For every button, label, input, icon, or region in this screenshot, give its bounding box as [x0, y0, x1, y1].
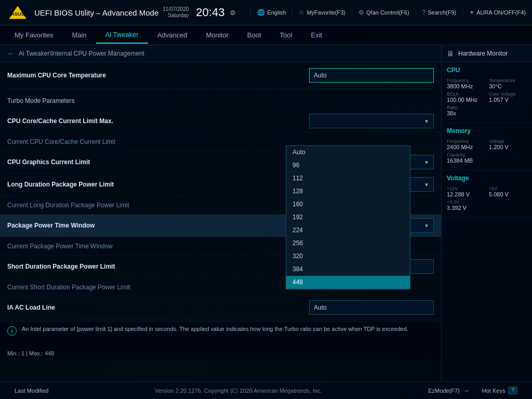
- hw-voltage-title: Voltage: [447, 175, 527, 182]
- option-auto[interactable]: Auto: [286, 146, 410, 159]
- hw-cpu-title: CPU: [447, 66, 527, 74]
- hw-cpu-core-voltage: Core Voltage 1.057 V: [489, 91, 527, 103]
- hw-voltage-5v: +5V 5.080 V: [489, 186, 527, 197]
- header-time: 20:43: [196, 6, 224, 19]
- breadcrumb: ← Ai Tweaker\Internal CPU Power Manageme…: [0, 45, 441, 62]
- max-cpu-temp-label: Maximum CPU Core Temperature: [7, 72, 309, 79]
- asus-logo: ASUS: [6, 3, 29, 22]
- myfavorite-tool[interactable]: ☆ MyFavorite(F3): [299, 9, 345, 16]
- ez-mode-btn[interactable]: EzMode(F7) →: [424, 385, 474, 396]
- language-tool[interactable]: 🌐 English: [257, 9, 286, 16]
- setting-row-max-cpu-temp[interactable]: Maximum CPU Core Temperature Auto: [0, 64, 441, 87]
- bios-title: UEFI BIOS Utility – Advanced Mode: [34, 8, 163, 17]
- hw-cpu-bclk: BCLK 100.00 MHz: [447, 91, 485, 103]
- hardware-monitor-header: 🖥 Hardware Monitor: [442, 45, 532, 62]
- footer-version: Version 2.20.1276. Copyright (C) 2020 Am…: [52, 388, 424, 394]
- nav-my-favorites[interactable]: My Favorites: [5, 27, 62, 43]
- nav-exit[interactable]: Exit: [301, 27, 331, 43]
- setting-row-turbo-mode: Turbo Mode Parameters: [0, 91, 441, 110]
- footer: Last Modified Version 2.20.1276. Copyrig…: [0, 381, 532, 399]
- hw-cpu-temperature: Temperature 30°C: [489, 78, 527, 89]
- dropdown-list: Auto 96 112 128 160 192 224 256 320 384 …: [286, 145, 410, 289]
- option-128[interactable]: 128: [286, 185, 410, 198]
- aura-tool[interactable]: ✦ AURA ON/OFF(F4): [469, 9, 526, 16]
- hw-cpu-frequency: Frequency 3800 MHz: [447, 78, 485, 89]
- main-content: ← Ai Tweaker\Internal CPU Power Manageme…: [0, 45, 532, 381]
- hw-memory-title: Memory: [447, 127, 527, 135]
- option-160[interactable]: 160: [286, 198, 410, 211]
- last-modified-label: Last Modified: [15, 388, 48, 394]
- hw-memory-section: Memory Frequency 2400 MHz Voltage 1.200 …: [442, 123, 532, 170]
- nav-tool[interactable]: Tool: [271, 27, 302, 43]
- cpu-core-cache-label: CPU Core/Cache Current Limit Max.: [7, 117, 309, 125]
- header-day: Saturday: [168, 12, 189, 19]
- turbo-mode-label: Turbo Mode Parameters: [7, 97, 434, 104]
- header-date: 11/07/2020: [163, 6, 189, 12]
- search-icon: ?: [422, 9, 426, 16]
- hw-voltage-33v: +3.3V 3.392 V: [447, 200, 527, 211]
- hw-voltage-12v: +12V 12.288 V: [447, 186, 485, 197]
- short-duration-label: Short Duration Package Power Limit: [7, 263, 309, 270]
- option-96[interactable]: 96: [286, 159, 410, 172]
- nav-main[interactable]: Main: [62, 27, 96, 43]
- package-window-label: Package Power Time Window: [7, 222, 309, 229]
- hw-memory-freq-volt: Frequency 2400 MHz Voltage 1.200 V: [447, 139, 527, 150]
- info-icon: i: [7, 326, 17, 336]
- hot-keys-key: ?: [508, 387, 517, 394]
- max-cpu-temp-dropdown[interactable]: Auto: [309, 68, 434, 83]
- settings-gear-icon[interactable]: ⚙: [230, 9, 236, 17]
- current-cpu-core-label: Current CPU Core/Cache Current Limit: [7, 138, 340, 145]
- divider-1: [7, 89, 434, 89]
- nav-monitor[interactable]: Monitor: [197, 27, 238, 43]
- nav-advanced[interactable]: Advanced: [148, 27, 197, 43]
- monitor-icon: 🖥: [447, 49, 454, 58]
- option-448[interactable]: 448: [286, 276, 410, 289]
- option-112[interactable]: 112: [286, 172, 410, 185]
- hw-voltage-12-5: +12V 12.288 V +5V 5.080 V: [447, 186, 527, 197]
- option-224[interactable]: 224: [286, 224, 410, 237]
- cpu-core-cache-dropdown[interactable]: ▼: [309, 114, 434, 128]
- option-384[interactable]: 384: [286, 263, 410, 276]
- hw-memory-capacity: Capacity 16384 MB: [447, 152, 527, 164]
- option-320[interactable]: 320: [286, 250, 410, 263]
- setting-row-ia-ac[interactable]: IA AC Load Line Auto: [0, 297, 441, 319]
- hot-keys-btn[interactable]: Hot Keys ?: [478, 385, 522, 396]
- search-tool[interactable]: ? Search(F9): [422, 9, 457, 16]
- ia-ac-dropdown[interactable]: Auto: [309, 300, 434, 315]
- right-panel: 🖥 Hardware Monitor CPU Frequency 3800 MH…: [441, 45, 532, 381]
- setting-row-cpu-core-cache[interactable]: CPU Core/Cache Current Limit Max. ▼: [0, 110, 441, 132]
- hw-memory-frequency: Frequency 2400 MHz: [447, 139, 485, 150]
- long-duration-label: Long Duration Package Power Limit: [7, 181, 309, 188]
- hw-voltage-section: Voltage +12V 12.288 V +5V 5.080 V +3.3V …: [442, 170, 532, 218]
- cpu-graphics-label: CPU Graphics Current Limit: [7, 158, 309, 166]
- settings-area: Maximum CPU Core Temperature Auto Auto 9…: [0, 62, 441, 321]
- last-modified-btn: Last Modified: [10, 386, 52, 395]
- hw-cpu-ratio: Ratio 38x: [447, 105, 527, 116]
- svg-text:ASUS: ASUS: [11, 11, 24, 17]
- globe-icon: 🌐: [257, 9, 265, 16]
- hw-cpu-section: CPU Frequency 3800 MHz Temperature 30°C …: [442, 62, 532, 123]
- hw-cpu-bclk-voltage: BCLK 100.00 MHz Core Voltage 1.057 V: [447, 91, 527, 103]
- navigation: My Favorites Main Ai Tweaker Advanced Mo…: [0, 25, 532, 45]
- ez-mode-icon: →: [463, 387, 470, 394]
- nav-boot[interactable]: Boot: [238, 27, 271, 43]
- option-256[interactable]: 256: [286, 237, 410, 250]
- left-panel: ← Ai Tweaker\Internal CPU Power Manageme…: [0, 45, 441, 381]
- header: ASUS UEFI BIOS Utility – Advanced Mode 1…: [0, 0, 532, 25]
- nav-ai-tweaker[interactable]: Ai Tweaker: [96, 26, 148, 44]
- info-box: i An Intel parameter of [power limit 1] …: [0, 321, 441, 347]
- qfan-tool[interactable]: ⚙ Qfan Control(F6): [358, 9, 409, 16]
- header-tools: 🌐 English ☆ MyFavorite(F3) ⚙ Qfan Contro…: [257, 8, 526, 17]
- ia-ac-label: IA AC Load Line: [7, 304, 309, 311]
- aura-icon: ✦: [469, 9, 474, 16]
- info-text: An Intel parameter of [power limit 1] an…: [22, 326, 408, 332]
- hw-cpu-freq-temp: Frequency 3800 MHz Temperature 30°C: [447, 78, 527, 89]
- back-arrow-icon[interactable]: ←: [7, 49, 15, 58]
- minmax-row: Min.: 1 | Max.: 448: [0, 347, 441, 360]
- fan-icon: ⚙: [358, 9, 364, 16]
- star-icon: ☆: [299, 9, 304, 16]
- hw-memory-voltage: Voltage 1.200 V: [489, 139, 527, 150]
- option-192[interactable]: 192: [286, 211, 410, 224]
